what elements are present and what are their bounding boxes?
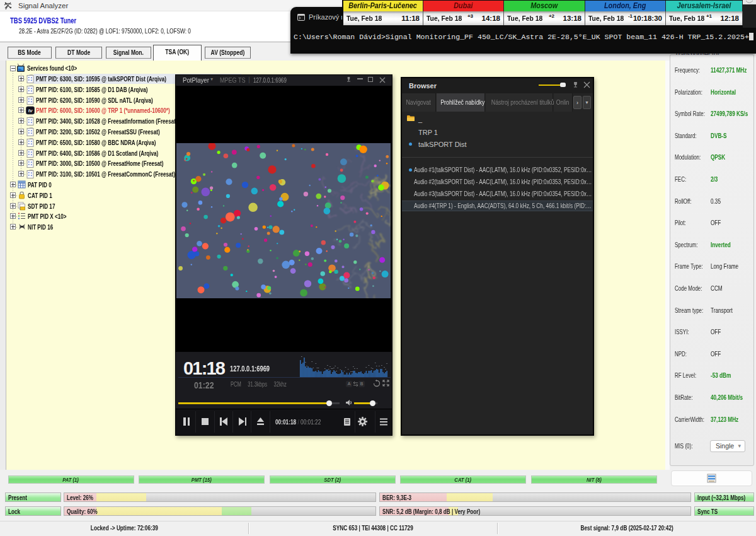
svg-text:tv: tv (28, 108, 33, 114)
